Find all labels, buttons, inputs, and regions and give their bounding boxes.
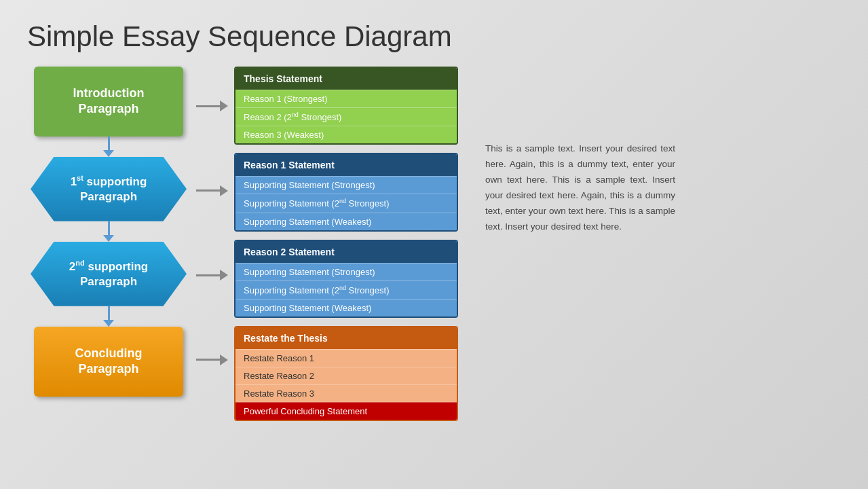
intro-label: IntroductionParagraph [73,86,145,117]
arrow-head [103,150,114,157]
left-column: IntroductionParagraph 1st supportingPara… [27,67,190,397]
restate-reason3: Restate Reason 3 [235,384,457,402]
support1-weakest: Supporting Statement (Weakest) [235,213,457,230]
h-arrow-head [220,270,228,280]
reason1-header: Reason 1 Statement [235,154,457,176]
support2-2nd-strongest: Supporting Statement (2nd Strongest) [235,280,457,299]
side-text-content: This is a sample text. Insert your desir… [485,141,675,235]
arrow-head [103,235,114,242]
content-area: IntroductionParagraph 1st supportingPara… [27,67,841,421]
intro-paragraph-shape: IntroductionParagraph [34,67,183,137]
support2-strongest: Supporting Statement (Strongest) [235,263,457,280]
reason1-strongest: Reason 1 (Strongest) [235,90,457,107]
conclude-header: Restate the Thesis [235,327,457,349]
conclude-box: Restate the Thesis Restate Reason 1 Rest… [234,326,458,421]
h-arrow-4 [196,355,228,365]
h-arrow-head [220,101,228,111]
support2-paragraph-shape: 2nd supportingParagraph [31,242,187,306]
h-arrow-1 [196,101,228,111]
h-arrow-line [196,189,220,192]
h-arrow-line [196,359,220,361]
conclude-label: ConcludingParagraph [75,346,143,378]
reason3-weakest: Reason 3 (Weakest) [235,126,457,143]
horizontal-arrows-area [190,67,234,399]
h-arrow-2 [196,185,228,196]
arrow-support1-to-support2 [103,221,114,242]
support1-paragraph-shape: 1st supportingParagraph [31,157,187,221]
reason2-box: Reason 2 Statement Supporting Statement … [234,240,458,318]
h-arrow-head [220,185,228,196]
thesis-box: Thesis Statement Reason 1 (Strongest) Re… [234,67,458,145]
right-boxes-column: Thesis Statement Reason 1 (Strongest) Re… [234,67,458,421]
restate-reason2: Restate Reason 2 [235,367,457,384]
support1-2nd-strongest: Supporting Statement (2nd Strongest) [235,194,457,212]
side-text-panel: This is a sample text. Insert your desir… [485,67,675,235]
arrow-line [108,221,110,235]
support1-strongest: Supporting Statement (Strongest) [235,176,457,194]
reason2-2nd-strongest: Reason 2 (2nd Strongest) [235,107,457,126]
arrow-support2-to-conclude [103,306,114,327]
h-arrow-head [220,355,228,365]
thesis-header: Thesis Statement [235,68,457,90]
support1-label: 1st supportingParagraph [71,173,147,206]
powerful-concluding: Powerful Concluding Statement [235,402,457,420]
arrow-line [108,137,110,150]
support2-weakest: Supporting Statement (Weakest) [235,299,457,316]
h-arrow-3 [196,270,228,280]
restate-reason1: Restate Reason 1 [235,349,457,367]
arrow-intro-to-support1 [103,137,114,157]
h-arrow-line [196,105,220,107]
slide: Simple Essay Sequence Diagram Introducti… [0,0,868,489]
arrow-head [103,320,114,327]
concluding-paragraph-shape: ConcludingParagraph [34,327,183,397]
reason1-box: Reason 1 Statement Supporting Statement … [234,153,458,231]
page-title: Simple Essay Sequence Diagram [27,20,841,53]
support2-label: 2nd supportingParagraph [69,258,148,291]
reason2-header: Reason 2 Statement [235,241,457,263]
h-arrow-line [196,274,220,276]
arrow-line [108,306,110,320]
